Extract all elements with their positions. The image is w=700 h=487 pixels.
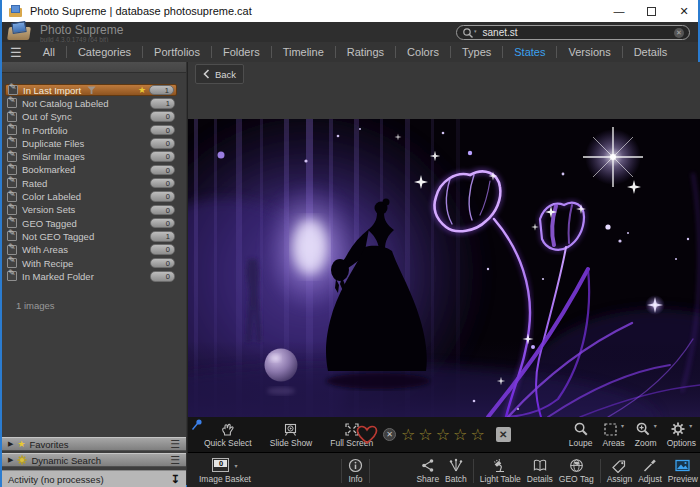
filter-row-not-catalog-labeled[interactable]: ✎Not Catalog Labeled1	[5, 97, 177, 109]
favorite-heart-icon[interactable]	[356, 425, 378, 445]
app-icon	[9, 5, 23, 17]
edit-checkbox-icon[interactable]: ✎	[7, 112, 17, 122]
dropdown-caret-icon[interactable]: ▾	[654, 422, 657, 429]
image-basket-button[interactable]: 0 ▾ Image Basket	[196, 457, 254, 484]
quick-select-button[interactable]: Quick Select	[202, 417, 254, 452]
activity-collapse-icon[interactable]: ↧	[171, 473, 180, 486]
sidebar: ✎In Last Import★1✎Not Catalog Labeled1✎O…	[2, 62, 186, 487]
rating-star-icon[interactable]: ☆	[453, 427, 467, 443]
edit-checkbox-icon[interactable]: ✎	[7, 245, 17, 255]
filter-row-duplicate-files[interactable]: ✎Duplicate Files0	[5, 137, 177, 149]
filter-row-not-geo-tagged[interactable]: ✎Not GEO Tagged1	[5, 230, 177, 242]
star-rating[interactable]: ☆☆☆☆☆	[401, 427, 485, 443]
filter-label: Not GEO Tagged	[22, 231, 94, 242]
tab-timeline[interactable]: Timeline	[272, 42, 335, 62]
areas-button[interactable]: ▾ Areas	[600, 417, 626, 452]
rating-star-icon[interactable]: ☆	[436, 427, 450, 443]
dropdown-caret-icon[interactable]: ▾	[234, 462, 237, 469]
zoom-icon	[635, 421, 651, 437]
tab-states[interactable]: States	[503, 42, 556, 62]
filter-row-color-labeled[interactable]: ✎Color Labeled0	[5, 190, 177, 202]
dynamic-search-panel-header[interactable]: ▶ Dynamic Search ☰	[2, 453, 186, 467]
search-value[interactable]: sanet.st	[479, 27, 674, 38]
slide-show-button[interactable]: Slide Show	[268, 417, 315, 452]
batch-button[interactable]: Batch	[442, 457, 470, 484]
search-scope-caret-icon[interactable]: ▾	[474, 28, 477, 34]
search-input[interactable]: ▾ sanet.st ✕	[456, 25, 690, 40]
photo-preview[interactable]	[188, 119, 700, 417]
clear-rating-icon[interactable]: ✕	[496, 427, 511, 442]
edit-checkbox-icon[interactable]: ✎	[7, 271, 17, 281]
filter-label: With Recipe	[22, 258, 73, 269]
filter-row-with-recipe[interactable]: ✎With Recipe0	[5, 257, 177, 269]
filter-row-in-portfolio[interactable]: ✎In Portfolio0	[5, 124, 177, 136]
edit-checkbox-icon[interactable]: ✎	[7, 125, 17, 135]
expand-triangle-icon[interactable]: ▶	[8, 440, 13, 448]
edit-checkbox-icon[interactable]: ✎	[8, 85, 18, 95]
loupe-button[interactable]: Loupe	[567, 417, 595, 452]
tab-categories[interactable]: Categories	[67, 42, 142, 62]
tab-versions[interactable]: Versions	[557, 42, 621, 62]
basket-count: 0	[214, 460, 227, 467]
filter-count-badge: 0	[150, 111, 175, 122]
filter-row-version-sets[interactable]: ✎Version Sets0	[5, 204, 177, 216]
areas-icon	[603, 422, 618, 437]
tab-portfolios[interactable]: Portfolios	[143, 42, 211, 62]
filter-row-out-of-sync[interactable]: ✎Out of Sync0	[5, 111, 177, 123]
close-button-icon[interactable]: ✕	[678, 5, 690, 18]
filter-count-badge: 0	[150, 138, 175, 149]
zoom-button[interactable]: ▾ Zoom	[633, 417, 659, 452]
tab-all[interactable]: All	[32, 42, 66, 62]
rating-star-icon[interactable]: ☆	[418, 427, 432, 443]
edit-checkbox-icon[interactable]: ✎	[7, 152, 17, 162]
favorites-panel-header[interactable]: ▶ ★ Favorites ☰	[2, 437, 186, 451]
tab-folders[interactable]: Folders	[212, 42, 271, 62]
edit-checkbox-icon[interactable]: ✎	[7, 192, 17, 202]
rating-star-icon[interactable]: ☆	[401, 427, 415, 443]
preview-button[interactable]: Preview	[665, 457, 700, 484]
search-clear-icon[interactable]: ✕	[674, 28, 684, 38]
clear-favorite-icon[interactable]: ✕	[383, 428, 396, 441]
edit-checkbox-icon[interactable]: ✎	[7, 231, 17, 241]
edit-checkbox-icon[interactable]: ✎	[7, 138, 17, 148]
dropdown-caret-icon[interactable]: ▾	[689, 422, 692, 429]
menu-hamburger-icon[interactable]: ☰	[10, 45, 22, 60]
adjust-button[interactable]: Adjust	[635, 457, 665, 484]
edit-checkbox-icon[interactable]: ✎	[7, 178, 17, 188]
minimize-button-icon[interactable]: —	[613, 5, 625, 17]
tab-ratings[interactable]: Ratings	[336, 42, 395, 62]
back-button[interactable]: Back	[195, 64, 244, 84]
light-table-button[interactable]: Light Table	[477, 457, 524, 484]
assign-button[interactable]: Assign	[604, 457, 636, 484]
tab-colors[interactable]: Colors	[396, 42, 450, 62]
edit-checkbox-icon[interactable]: ✎	[7, 205, 17, 215]
info-button[interactable]: Info	[345, 457, 366, 484]
edit-checkbox-icon[interactable]: ✎	[7, 258, 17, 268]
filter-row-in-marked-folder[interactable]: ✎In Marked Folder0	[5, 270, 177, 282]
rating-star-icon[interactable]: ☆	[470, 427, 484, 443]
filter-row-in-last-import[interactable]: ✎In Last Import★1	[5, 84, 177, 96]
filter-row-rated[interactable]: ✎Rated0	[5, 177, 177, 189]
preview-photo-icon	[674, 457, 691, 473]
filter-count-badge: 0	[150, 125, 175, 136]
details-button[interactable]: Details	[524, 457, 556, 484]
filter-row-similar-images[interactable]: ✎Similar Images0	[5, 150, 177, 162]
panel-menu-icon[interactable]: ☰	[170, 438, 180, 451]
edit-checkbox-icon[interactable]: ✎	[7, 218, 17, 228]
geo-tag-button[interactable]: GEO Tag	[556, 457, 597, 484]
filter-row-with-areas[interactable]: ✎With Areas0	[5, 244, 177, 256]
share-button[interactable]: Share	[413, 457, 442, 484]
maximize-button-icon[interactable]	[647, 7, 656, 16]
options-button[interactable]: ▾ Options	[665, 417, 698, 452]
expand-triangle-icon[interactable]: ▶	[8, 456, 13, 464]
tab-types[interactable]: Types	[451, 42, 502, 62]
tab-details[interactable]: Details	[623, 42, 679, 62]
edit-checkbox-icon[interactable]: ✎	[7, 98, 17, 108]
edit-checkbox-icon[interactable]: ✎	[7, 165, 17, 175]
activity-bar[interactable]: Activity (no processes) ↧	[2, 470, 186, 487]
back-chevron-icon	[203, 69, 210, 79]
panel-menu-icon[interactable]: ☰	[170, 454, 180, 467]
filter-row-bookmarked[interactable]: ✎Bookmarked0	[5, 164, 177, 176]
filter-row-geo-tagged[interactable]: ✎GEO Tagged0	[5, 217, 177, 229]
dropdown-caret-icon[interactable]: ▾	[621, 422, 624, 429]
